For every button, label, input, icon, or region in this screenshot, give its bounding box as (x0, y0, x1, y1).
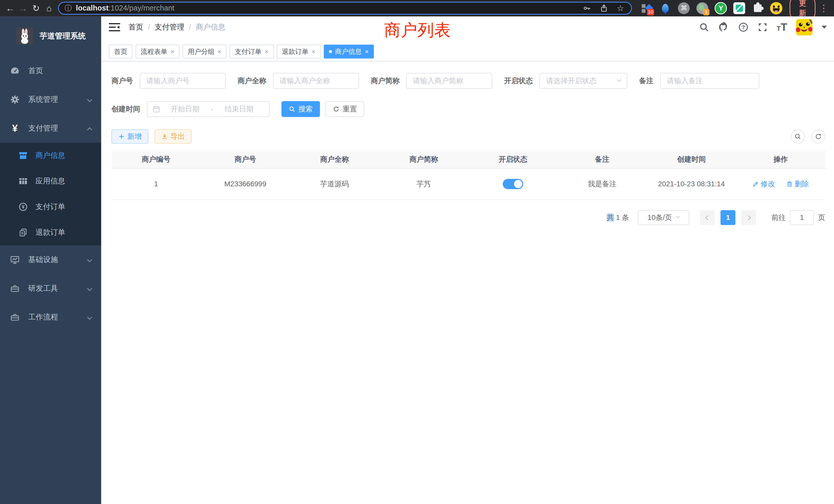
fullscreen-icon[interactable] (758, 22, 768, 32)
browser-back-button[interactable]: ← (4, 0, 17, 17)
green-doc-extension-icon[interactable] (733, 2, 745, 14)
main-area: 首页 / 支付管理 / 商户信息 ? (101, 17, 834, 504)
tag-home[interactable]: 首页 (109, 45, 132, 59)
rabbit-logo-image (16, 27, 33, 44)
chevron-down-icon (617, 77, 621, 82)
create-time-range-picker[interactable]: 开始日期 - 结束日期 (147, 101, 270, 117)
monitor-chart-icon (9, 255, 21, 265)
sidebar-item-refund-order[interactable]: 退款订单 (0, 220, 101, 245)
sidebar-item-app-info[interactable]: 应用信息 (0, 168, 101, 194)
profile-extension-icon[interactable]: 1 (696, 2, 708, 14)
font-size-icon[interactable]: TT (776, 21, 787, 33)
sidebar-item-infra[interactable]: 基础设施 (0, 245, 101, 274)
help-icon[interactable]: ? (738, 22, 749, 32)
reset-button[interactable]: 重置 (326, 101, 364, 117)
balloon-extension-icon[interactable] (659, 2, 672, 14)
site-info-icon[interactable]: ⓘ (64, 3, 72, 13)
green-y-extension-icon[interactable]: Y (715, 2, 727, 14)
sidebar-item-system[interactable]: 系统管理 (0, 85, 101, 114)
browser-home-button[interactable]: ⌂ (43, 0, 56, 17)
app-logo[interactable]: 芋道管理系统 (0, 17, 101, 50)
search-button[interactable]: 搜索 (281, 101, 320, 117)
breadcrumb: 首页 / 支付管理 / 商户信息 (128, 22, 225, 32)
sidebar-item-home[interactable]: 首页 (0, 56, 101, 85)
merchant-no-input[interactable] (140, 73, 226, 89)
gear-icon (9, 95, 21, 105)
delete-link[interactable]: 删除 (786, 179, 809, 189)
breadcrumb-current: 商户信息 (196, 22, 225, 32)
sidebar-item-devtools[interactable]: 研发工具 (0, 274, 101, 303)
status-toggle[interactable] (503, 179, 523, 189)
command-extension-icon[interactable]: ⌘ (678, 2, 690, 14)
active-dot (329, 50, 332, 53)
cell-short-name: 芋艿 (379, 168, 468, 200)
close-icon[interactable]: × (365, 48, 369, 56)
sidebar-item-merchant-info[interactable]: 商户信息 (0, 143, 101, 168)
svg-text:¥: ¥ (22, 204, 25, 210)
sidebar-collapse-icon[interactable] (109, 22, 120, 32)
next-page-button[interactable] (741, 210, 756, 225)
sidebar-item-pay[interactable]: ¥ 支付管理 (0, 114, 101, 143)
tagview-bar: 首页 流程表单× 用户分组× 支付订单× 退款订单× 商户信息× (101, 38, 834, 62)
tag-process-form[interactable]: 流程表单× (136, 45, 179, 59)
goto-page-input[interactable] (790, 210, 814, 225)
merchant-no-label: 商户号 (111, 76, 133, 86)
status-select[interactable]: 请选择开启状态 (540, 73, 627, 89)
close-icon[interactable]: × (171, 48, 174, 56)
page-number-1[interactable]: 1 (721, 210, 736, 225)
table-row: 1 M233666999 芋道源码 芋艿 我是备注 2021-10-23 08:… (111, 168, 825, 200)
browser-forward-button[interactable]: → (17, 0, 30, 17)
pagination: 共 1 条 10条/页 1 前往 页 (111, 210, 825, 225)
browser-reload-button[interactable]: ↻ (29, 0, 43, 17)
extension-badge: 10 (647, 9, 654, 16)
url-text: localhost:1024/pay/merchant (76, 4, 174, 12)
tag-refund-order[interactable]: 退款订单× (277, 45, 321, 59)
sidebar-item-workflow[interactable]: 工作流程 (0, 303, 101, 331)
tag-merchant-info[interactable]: 商户信息× (324, 45, 374, 59)
breadcrumb-home[interactable]: 首页 (128, 22, 143, 32)
merchant-full-name-input[interactable] (273, 73, 359, 89)
emoji-avatar-icon[interactable] (770, 2, 783, 14)
header-search-icon[interactable] (699, 22, 709, 32)
start-date-placeholder[interactable]: 开始日期 (160, 104, 210, 114)
browser-menu-icon[interactable]: ⋮ (819, 3, 828, 14)
add-button[interactable]: 新增 (111, 129, 148, 144)
close-icon[interactable]: × (312, 48, 315, 56)
kanban-extension-icon[interactable]: 10 (641, 2, 653, 14)
merchant-short-name-label: 商户简称 (371, 76, 399, 86)
url-host: localhost (76, 4, 108, 12)
page-size-select[interactable]: 10条/页 (638, 210, 689, 225)
export-button[interactable]: 导出 (155, 129, 192, 144)
breadcrumb-pay[interactable]: 支付管理 (155, 22, 184, 32)
address-bar[interactable]: ⓘ localhost:1024/pay/merchant ☆ (58, 2, 632, 15)
refresh-icon (815, 133, 822, 140)
sidebar-item-pay-order[interactable]: ¥ 支付订单 (0, 194, 101, 220)
dashboard-icon (9, 66, 21, 76)
share-icon[interactable] (600, 4, 608, 12)
password-key-icon[interactable] (583, 4, 591, 12)
close-icon[interactable]: × (264, 48, 268, 56)
plus-icon (118, 133, 125, 140)
screen: ← → ↻ ⌂ ⓘ localhost:1024/pay/merchant ☆ (0, 0, 834, 504)
documents-icon (17, 228, 29, 237)
calendar-icon (153, 105, 160, 113)
merchant-short-name-input[interactable] (406, 73, 492, 89)
prev-page-button[interactable] (700, 210, 715, 225)
tag-pay-order[interactable]: 支付订单× (229, 45, 273, 59)
toggle-search-button[interactable] (791, 130, 805, 143)
user-avatar[interactable] (796, 19, 812, 36)
bookmark-star-icon[interactable]: ☆ (617, 3, 624, 13)
refresh-table-button[interactable] (811, 130, 825, 143)
avatar-caret-icon[interactable] (822, 26, 827, 29)
github-icon[interactable] (718, 22, 729, 33)
page-content: 商户号 商户全称 商户简称 开启状态 请选择开启状态 (101, 62, 834, 504)
remark-input[interactable] (660, 73, 759, 89)
sidebar-menu: 首页 系统管理 ¥ 支付管理 (0, 56, 101, 331)
extensions-puzzle-icon[interactable] (751, 2, 764, 14)
yen-icon: ¥ (12, 123, 18, 134)
end-date-placeholder[interactable]: 结束日期 (214, 104, 264, 114)
tag-user-group[interactable]: 用户分组× (182, 45, 226, 59)
edit-link[interactable]: 修改 (752, 179, 775, 189)
refresh-icon (333, 106, 339, 112)
close-icon[interactable]: × (218, 48, 221, 56)
